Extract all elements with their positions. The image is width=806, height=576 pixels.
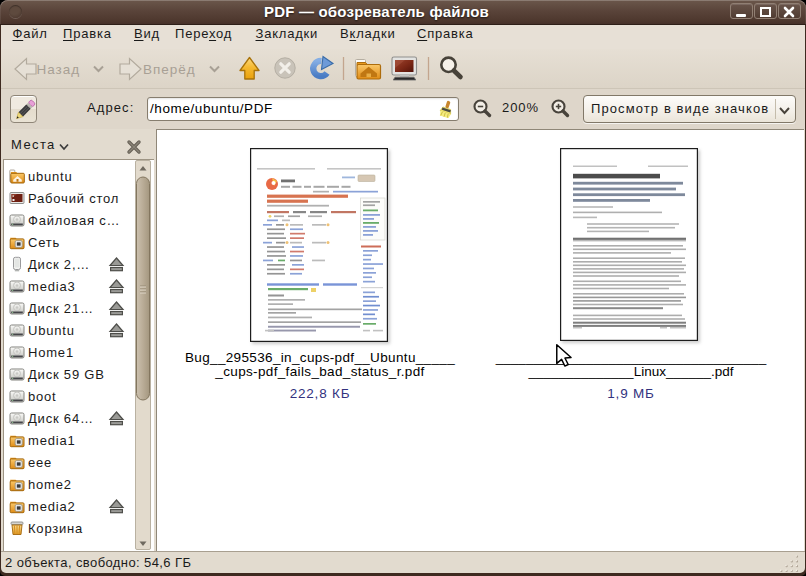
svg-text:Вперёд: Вперёд [143,62,196,77]
svg-text:Назад: Назад [37,62,81,77]
